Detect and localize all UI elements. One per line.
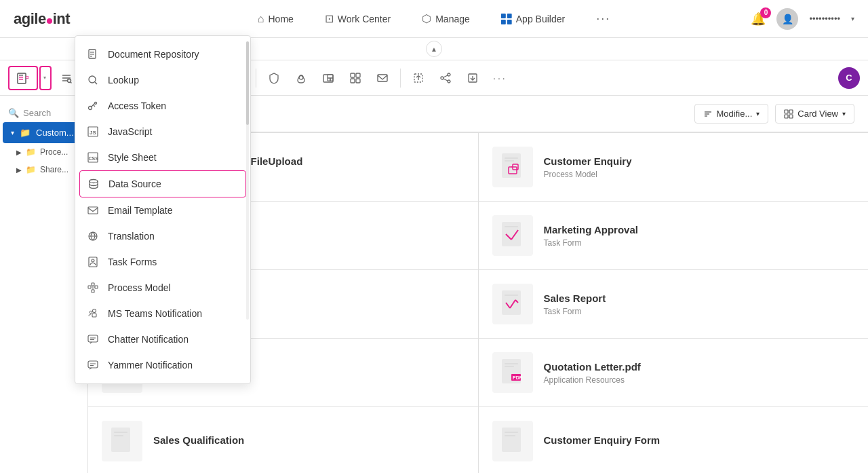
card-name-sales-report: Sales Report (544, 292, 855, 304)
translation-icon (86, 229, 100, 243)
card-customer-enquiry[interactable]: Customer Enquiry Process Model (479, 133, 869, 201)
svg-point-14 (68, 79, 71, 82)
svg-rect-71 (88, 286, 91, 288)
menu-item-translation[interactable]: Translation (75, 223, 250, 249)
menu-item-access-token[interactable]: Access Token (75, 93, 250, 119)
chevron-right-icon-2: ▶ (16, 166, 22, 174)
menu-item-javascript[interactable]: JS JavaScript (75, 119, 250, 145)
chatter-icon (86, 333, 100, 346)
nav-more[interactable]: ··· (591, 7, 616, 30)
more-dots-icon: ··· (596, 12, 610, 26)
svg-rect-34 (328, 78, 330, 81)
card-info-marketing-approval: Marketing Approval Task Form (544, 224, 855, 248)
user-avatar[interactable]: 👤 (776, 8, 798, 30)
card-customer-enquiry-form[interactable]: Customer Enquiry Form (479, 407, 869, 473)
window-button[interactable] (316, 66, 340, 90)
nav-appbuilder[interactable]: App Builder (496, 10, 570, 29)
menu-item-chatter-label: Chatter Notification (108, 334, 189, 345)
menu-item-chatter[interactable]: Chatter Notification (75, 326, 250, 352)
svg-rect-39 (356, 79, 360, 83)
svg-rect-139 (114, 432, 127, 433)
svg-rect-115 (502, 222, 521, 246)
shield-button[interactable] (262, 66, 286, 90)
svg-point-59 (95, 102, 97, 105)
properties-icon (60, 72, 73, 84)
new-button[interactable] (8, 66, 38, 90)
nav-manage[interactable]: ⬡ Manage (416, 8, 475, 29)
logo[interactable]: agileint (14, 10, 70, 28)
location-button[interactable] (289, 66, 313, 90)
svg-point-65 (90, 180, 98, 183)
email-icon (376, 72, 389, 84)
new-icon (16, 71, 30, 85)
nav-home[interactable]: ⌂ Home (252, 9, 299, 29)
nav-home-label: Home (268, 14, 293, 24)
window-icon (322, 72, 334, 84)
new-button-group: ▾ (8, 66, 52, 90)
svg-rect-134 (505, 363, 518, 364)
access-token-icon (86, 99, 100, 113)
share1-button[interactable] (406, 66, 431, 90)
card-sales-report[interactable]: Sales Report Task Form (479, 270, 869, 338)
toolbar-separator-3 (400, 69, 401, 88)
menu-item-lookup[interactable]: Lookup (75, 67, 250, 93)
svg-rect-40 (378, 75, 387, 81)
card-sales-qual[interactable]: Sales Qualification (88, 407, 478, 473)
user-dropdown-arrow[interactable]: ▾ (851, 15, 854, 22)
menu-item-email-template[interactable]: Email Template (75, 197, 250, 223)
toolbar-more[interactable]: ··· (488, 73, 513, 83)
sidebar-active-label: Custom... (36, 128, 74, 138)
card-info-sales-report: Sales Report Task Form (544, 292, 855, 316)
menu-item-process-model[interactable]: Process Model (75, 275, 250, 301)
svg-rect-124 (505, 295, 518, 296)
menu-item-task-forms[interactable]: Task Forms (75, 249, 250, 275)
svg-line-15 (71, 82, 72, 83)
card-marketing-approval[interactable]: Marketing Approval Task Form (479, 202, 869, 269)
share2-button[interactable] (433, 66, 458, 90)
menu-scrollbar[interactable] (246, 41, 249, 320)
menu-item-data-source[interactable]: Data Source (79, 170, 246, 197)
card-view-icon (784, 109, 793, 119)
grid-icon (349, 72, 361, 84)
menu-item-translation-label: Translation (108, 231, 155, 242)
card-quotation[interactable]: PDF Quotation Letter.pdf Application Res… (479, 339, 869, 406)
collapse-button[interactable]: ▲ (426, 41, 442, 57)
menu-item-yammer[interactable]: Yammer Notification (75, 352, 250, 378)
menu-item-javascript-label: JavaScript (108, 126, 152, 137)
menu-scrollbar-thumb (246, 41, 249, 125)
user-indicator: C (838, 67, 860, 89)
svg-rect-140 (114, 435, 123, 436)
svg-point-58 (89, 107, 92, 110)
svg-rect-104 (505, 160, 514, 162)
export-button[interactable] (460, 66, 485, 90)
sidebar-processes-label: Proce... (40, 147, 68, 157)
menu-item-document-repository-label: Document Repository (108, 49, 199, 60)
card-info-customer-enquiry: Customer Enquiry Process Model (544, 155, 855, 179)
svg-point-56 (89, 76, 96, 83)
toolbar-separator-2 (256, 69, 256, 88)
sort-button[interactable]: Modifie... ▾ (694, 104, 769, 124)
svg-point-47 (448, 80, 450, 83)
svg-rect-91 (789, 110, 793, 113)
email-button[interactable] (370, 66, 395, 90)
card-type-sales-report: Task Form (544, 307, 855, 316)
new-dropdown-arrow[interactable]: ▾ (39, 66, 52, 90)
notifications-button[interactable]: 🔔 0 (751, 12, 766, 26)
svg-rect-138 (111, 428, 130, 452)
grid-button[interactable] (343, 66, 368, 90)
card-name-customer-enquiry: Customer Enquiry (544, 155, 855, 167)
sidebar-item-customer[interactable]: ▾ 📁 Custom... (3, 122, 85, 143)
card-icon-quotation: PDF (492, 352, 533, 393)
email-template-icon (86, 204, 100, 217)
nav-workcenter[interactable]: ⊡ Work Center (319, 8, 396, 29)
svg-rect-38 (351, 79, 355, 83)
javascript-icon: JS (86, 125, 100, 138)
view-button[interactable]: Card View ▾ (775, 104, 854, 124)
svg-rect-66 (88, 207, 98, 214)
menu-item-document-repository[interactable]: Document Repository (75, 41, 250, 67)
menu-item-stylesheet[interactable]: CSS Style Sheet (75, 145, 250, 170)
menu-item-ms-teams[interactable]: MS Teams Notification (75, 301, 250, 326)
svg-rect-84 (88, 361, 98, 368)
menu-item-lookup-label: Lookup (108, 75, 139, 86)
task-forms-icon (86, 255, 100, 269)
